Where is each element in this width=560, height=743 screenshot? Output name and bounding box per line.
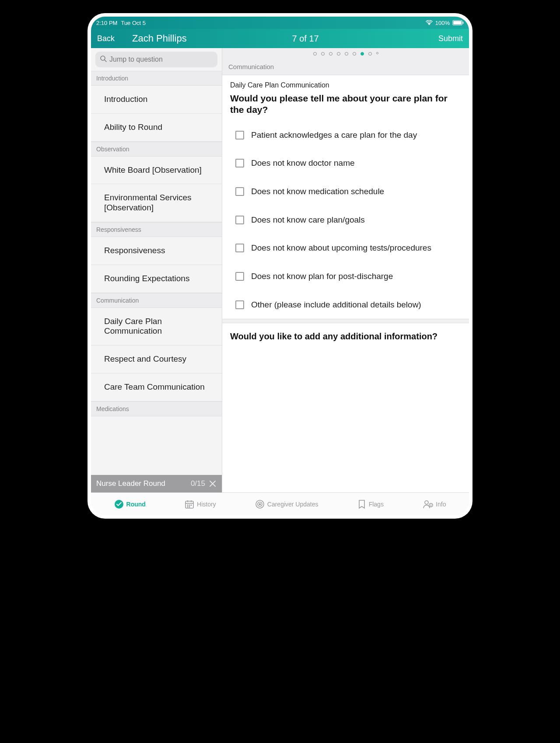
section-header: Responsiveness	[91, 222, 222, 237]
progress-count: 0/15	[191, 479, 205, 488]
followup-prompt: Would you like to add any additional inf…	[222, 323, 469, 352]
tab-label: Info	[436, 501, 446, 508]
progress-dot[interactable]	[337, 52, 340, 56]
tab-caregiver-updates[interactable]: Caregiver Updates	[255, 499, 318, 509]
option-label: Does not know care plan/goals	[251, 215, 365, 226]
sidebar-scroll[interactable]: Introduction Introduction Ability to Rou…	[91, 71, 222, 475]
option-row[interactable]: Does not know medication schedule	[222, 178, 469, 206]
progress-dot[interactable]	[368, 52, 372, 56]
option-row[interactable]: Does not know plan for post-discharge	[222, 262, 469, 291]
option-row[interactable]: Does not know care plan/goals	[222, 206, 469, 234]
main-panel: Communication Daily Care Plan Communicat…	[222, 48, 469, 492]
progress-dot[interactable]	[376, 52, 378, 54]
search-input-wrap[interactable]	[95, 52, 217, 67]
tab-label: Caregiver Updates	[267, 501, 318, 508]
sidebar-item-care-team-comm[interactable]: Care Team Communication	[91, 373, 222, 401]
option-label: Does not know medication schedule	[251, 186, 384, 197]
sidebar-item-daily-care-plan[interactable]: Daily Care Plan Communication	[91, 308, 222, 346]
battery-icon	[452, 20, 464, 25]
sidebar-item-ability-to-round[interactable]: Ability to Round	[91, 114, 222, 142]
status-battery-percent: 100%	[435, 20, 450, 26]
section-header: Observation	[91, 142, 222, 157]
question-counter: 7 of 17	[292, 34, 319, 44]
svg-rect-2	[463, 22, 464, 24]
svg-point-14	[191, 505, 192, 506]
sidebar-item-rounding-expectations[interactable]: Rounding Expectations	[91, 265, 222, 293]
status-date: Tue Oct 5	[121, 20, 146, 26]
screen: 2:10 PM Tue Oct 5 100% Back Zach Phillip…	[91, 17, 469, 515]
svg-point-19	[259, 503, 260, 505]
tab-info[interactable]: Info	[423, 499, 446, 509]
svg-point-16	[189, 506, 190, 507]
progress-dot[interactable]	[345, 52, 348, 56]
progress-dot[interactable]	[353, 52, 356, 56]
progress-dot[interactable]	[313, 52, 317, 56]
question-title: Daily Care Plan Communication	[222, 75, 469, 90]
target-icon	[255, 499, 265, 509]
main-content[interactable]: Daily Care Plan Communication Would you …	[222, 75, 469, 492]
svg-point-20	[425, 501, 428, 504]
option-row[interactable]: Does not know doctor name	[222, 149, 469, 178]
sidebar-item-introduction[interactable]: Introduction	[91, 86, 222, 114]
option-row[interactable]: Other (please include additional details…	[222, 291, 469, 319]
option-row[interactable]: Does not know about upcoming tests/proce…	[222, 234, 469, 262]
question-prompt: Would you please tell me about your care…	[222, 90, 469, 121]
option-label: Does not know doctor name	[251, 158, 355, 169]
svg-point-13	[189, 505, 190, 506]
svg-point-15	[187, 506, 188, 507]
tablet-frame: 2:10 PM Tue Oct 5 100% Back Zach Phillip…	[88, 13, 472, 519]
progress-dot[interactable]	[321, 52, 325, 56]
wifi-icon	[426, 20, 433, 25]
sidebar-item-env-services[interactable]: Environmental Services [Observation]	[91, 184, 222, 222]
search-icon	[100, 55, 107, 64]
bookmark-icon	[357, 499, 366, 509]
svg-line-4	[105, 60, 106, 62]
checkbox-icon[interactable]	[235, 131, 244, 140]
option-row[interactable]: Patient acknowledges a care plan for the…	[222, 121, 469, 150]
tab-round[interactable]: Round	[114, 499, 146, 509]
sidebar: Introduction Introduction Ability to Rou…	[91, 48, 222, 492]
progress-label: Nurse Leader Round	[96, 479, 165, 488]
tab-history[interactable]: History	[185, 499, 216, 509]
tab-label: History	[197, 501, 216, 508]
option-label: Patient acknowledges a care plan for the…	[251, 130, 417, 141]
checkbox-icon[interactable]	[235, 216, 244, 224]
tab-flags[interactable]: Flags	[357, 499, 384, 509]
submit-button[interactable]: Submit	[438, 34, 463, 43]
option-label: Does not know about upcoming tests/proce…	[251, 243, 431, 254]
svg-rect-1	[453, 21, 462, 24]
tab-bar: Round History Caregiver Updates Flags	[91, 492, 469, 515]
main-section-header: Communication	[222, 59, 469, 75]
option-label: Does not know plan for post-discharge	[251, 271, 393, 282]
progress-dot-current[interactable]	[360, 52, 364, 56]
back-button[interactable]: Back	[97, 34, 115, 43]
progress-dot[interactable]	[329, 52, 332, 56]
sidebar-item-responsiveness[interactable]: Responsiveness	[91, 237, 222, 265]
progress-bar[interactable]: Nurse Leader Round 0/15	[91, 475, 222, 492]
calendar-icon	[185, 499, 194, 509]
status-time: 2:10 PM	[96, 20, 117, 26]
checkbox-icon[interactable]	[235, 272, 244, 281]
option-label: Other (please include additional details…	[251, 300, 421, 310]
checkbox-icon[interactable]	[235, 300, 244, 309]
nav-header: Back Zach Phillips 7 of 17 Submit	[91, 29, 469, 48]
close-icon[interactable]	[209, 480, 217, 488]
divider	[222, 319, 469, 323]
section-header: Communication	[91, 293, 222, 308]
round-icon	[114, 499, 124, 509]
progress-dots	[222, 48, 469, 59]
section-header: Medications	[91, 401, 222, 416]
search-input[interactable]	[109, 56, 213, 63]
checkbox-icon[interactable]	[235, 244, 244, 252]
svg-point-12	[187, 505, 188, 506]
sidebar-item-white-board[interactable]: White Board [Observation]	[91, 157, 222, 185]
checkbox-icon[interactable]	[235, 159, 244, 167]
person-info-icon	[423, 499, 433, 509]
status-bar: 2:10 PM Tue Oct 5 100%	[91, 17, 469, 29]
tab-label: Flags	[369, 501, 384, 508]
checkbox-icon[interactable]	[235, 187, 244, 196]
patient-name: Zach Phillips	[132, 33, 187, 44]
section-header: Introduction	[91, 71, 222, 86]
sidebar-item-respect-courtesy[interactable]: Respect and Courtesy	[91, 345, 222, 373]
tab-label: Round	[126, 501, 146, 508]
